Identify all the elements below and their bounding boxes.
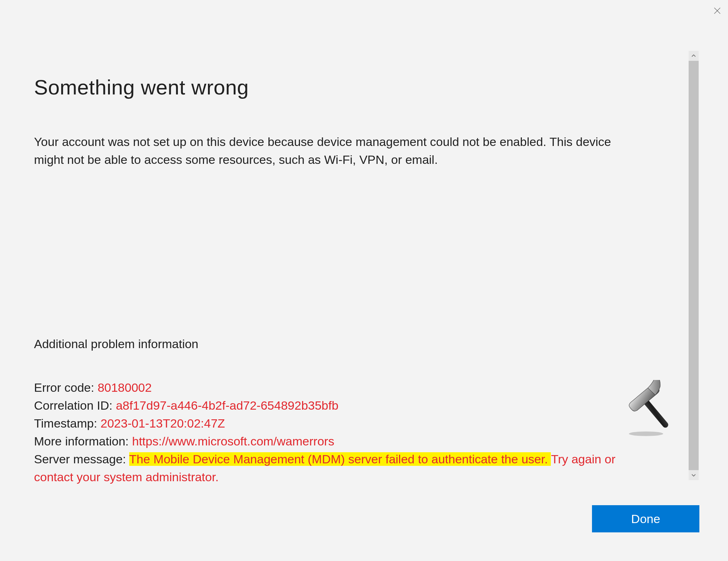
scroll-up-button[interactable] [689,51,699,61]
chevron-up-icon [691,53,696,58]
scrollbar[interactable] [689,51,699,480]
server-message-row: Server message: The Mobile Device Manage… [34,450,621,486]
correlation-id-row: Correlation ID: a8f17d97-a446-4b2f-ad72-… [34,397,642,415]
error-code-row: Error code: 80180002 [34,379,642,397]
more-info-label: More information: [34,434,132,448]
chevron-down-icon [691,473,696,478]
timestamp-value: 2023-01-13T20:02:47Z [101,416,225,430]
timestamp-row: Timestamp: 2023-01-13T20:02:47Z [34,415,642,433]
additional-info-heading: Additional problem information [34,337,642,351]
server-message-highlight: The Mobile Device Management (MDM) serve… [129,452,551,466]
timestamp-label: Timestamp: [34,416,101,430]
error-code-label: Error code: [34,381,98,394]
done-button[interactable]: Done [592,505,699,532]
close-icon [713,7,721,15]
correlation-id-value: a8f17d97-a446-4b2f-ad72-654892b35bfb [116,399,339,412]
hammer-icon [621,380,682,437]
done-button-label: Done [631,512,660,526]
more-info-link[interactable]: https://www.microsoft.com/wamerrors [132,434,334,448]
dialog-description: Your account was not set up on this devi… [34,133,621,169]
correlation-id-label: Correlation ID: [34,399,116,412]
close-button[interactable] [712,5,723,16]
error-code-value: 80180002 [98,381,152,394]
dialog-title: Something went wrong [34,75,642,99]
scrollbar-thumb[interactable] [689,61,699,470]
dialog-content: Something went wrong Your account was no… [34,75,642,486]
scroll-down-button[interactable] [689,470,699,480]
more-info-row: More information: https://www.microsoft.… [34,433,642,450]
svg-point-3 [629,431,663,436]
server-message-label: Server message: [34,452,129,466]
